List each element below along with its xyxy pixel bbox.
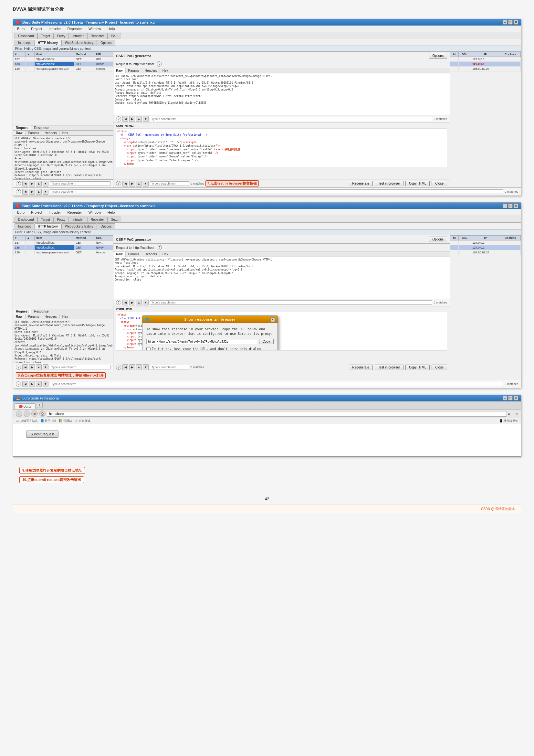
options-btn-2[interactable]: Options [429,237,447,242]
footer-nav-down-2[interactable]: ▼ [143,364,149,370]
csrf-nav-down-1[interactable]: ▼ [143,116,149,122]
csrf-search-help-2[interactable]: ? [116,300,121,305]
footer-nav-up-1[interactable]: ▲ [136,181,142,186]
menu-burp[interactable]: Burp [16,26,26,31]
csrf-nav-prev-1[interactable]: ◀ [122,116,128,122]
nav-prev-1[interactable]: ◀ [22,181,28,186]
table-row[interactable]: 139 http://detectportal.firefox.com GET … [13,250,113,255]
copy-html-btn-2[interactable]: Copy HTML [405,364,430,370]
close-btn-csrf-1[interactable]: Close [432,181,447,186]
footer-nav-down-1[interactable]: ▼ [143,181,149,186]
modal-url-input[interactable] [146,339,257,344]
tab-dashboard-2[interactable]: Dashboard [14,217,38,222]
maximize-btn-1[interactable]: □ [508,20,513,25]
home-btn[interactable]: 🏠 [39,411,45,417]
outer-search-input-2[interactable] [50,382,503,386]
copy-html-btn-1[interactable]: Copy HTML [405,181,430,186]
menu-project-2[interactable]: Project [30,210,43,215]
subtab-websockets-1[interactable]: WebSockets history [62,40,97,45]
footer-nav-next-1[interactable]: ▶ [129,181,135,186]
outer-nav-prev-2[interactable]: ◀ [22,381,28,387]
menu-help-2[interactable]: Help [106,210,116,215]
browser-minimize-btn[interactable]: ─ [503,396,507,400]
footer-nav-up-2[interactable]: ▲ [136,364,142,370]
footer-nav-next-2[interactable]: ▶ [129,364,135,370]
bookmark-icon[interactable]: ☆ [515,412,518,416]
footer-help-icon-2[interactable]: ? [116,364,121,370]
maximize-btn-2[interactable]: □ [508,203,513,208]
table-row[interactable]: 138 http://localhost GET /DVW [13,62,113,67]
outer-help-icon-1[interactable]: ? [16,189,21,194]
nav-down-2[interactable]: ▼ [43,364,48,370]
tab-dashboard-1[interactable]: Dashboard [14,33,38,39]
panel-headers-1[interactable]: Headers [42,131,60,135]
help-icon-left-1[interactable]: ? [16,181,21,186]
csrf-raw-tab-1[interactable]: Raw [114,68,126,73]
nav-up-2[interactable]: ▲ [36,364,42,370]
tab-proxy-1[interactable]: Proxy [54,33,69,39]
csrf-search-input-1[interactable] [150,117,432,121]
csrf-nav-next-1[interactable]: ▶ [129,116,135,122]
subtab-options-1[interactable]: Options [97,40,115,45]
menu-repeater[interactable]: Repeater [66,26,83,31]
nav-next-1[interactable]: ▶ [29,181,35,186]
csrf-nav-prev-2[interactable]: ◀ [122,300,128,306]
csrf-hex-tab-1[interactable]: Hex [160,68,171,73]
panel-hex-1[interactable]: Hex [60,131,71,135]
outer-search-input-1[interactable] [50,189,503,194]
outer-nav-up-1[interactable]: ▲ [36,189,42,195]
response-tab-1[interactable]: Response [31,125,51,130]
subtab-options-2[interactable]: Options [97,223,115,229]
subtab-http-history-2[interactable]: HTTP history [34,223,62,229]
csrf-nav-up-1[interactable]: ▲ [136,116,142,122]
help-icon-left-2[interactable]: ? [16,364,21,370]
csrf-search-input-2[interactable] [150,300,432,305]
tab-se-2[interactable]: Se... [108,217,121,222]
copy-url-btn[interactable]: Copy [259,339,274,344]
menu-window[interactable]: Window [87,26,102,31]
panel-raw-1[interactable]: Raw [13,131,26,135]
tab-target-2[interactable]: Target [38,217,54,222]
browser-window-controls[interactable]: ─ □ ✕ [503,396,518,400]
nav-up-1[interactable]: ▲ [36,181,42,186]
search-input-left-1[interactable] [50,181,111,186]
csrf-help-icon-1[interactable]: ? [157,62,162,67]
menu-intruder-2[interactable]: Intruder [47,210,62,215]
footer-help-icon-1[interactable]: ? [116,181,121,186]
menu-burp-2[interactable]: Burp [16,210,26,215]
response-tab-2[interactable]: Response [31,309,51,314]
subtab-websockets-2[interactable]: WebSockets history [62,223,97,229]
nav-prev-2[interactable]: ◀ [22,364,28,370]
browser-maximize-btn[interactable]: □ [508,396,513,400]
back-btn[interactable]: ← [16,411,22,417]
outer-nav-prev-1[interactable]: ◀ [22,189,28,195]
subtab-http-history-1[interactable]: HTTP history [34,40,62,45]
table-row[interactable]: 139 http://detectportal.firefox.com GET … [13,67,113,71]
outer-nav-down-1[interactable]: ▼ [43,189,48,195]
tab-repeater-2[interactable]: Repeater [87,217,108,222]
csrf-params-tab-2[interactable]: Params [126,252,142,256]
csrf-nav-up-2[interactable]: ▲ [136,300,142,306]
modal-close-x[interactable]: ✕ [270,317,275,322]
nav-next-2[interactable]: ▶ [29,364,35,370]
csrf-nav-next-2[interactable]: ▶ [129,300,135,306]
menu-help[interactable]: Help [106,26,116,31]
panel-params-2[interactable]: Params [26,314,42,319]
nav-down-1[interactable]: ▼ [43,181,48,186]
browser-close-btn[interactable]: ✕ [514,396,518,400]
outer-nav-next-1[interactable]: ▶ [29,189,35,195]
close-btn-csrf-2[interactable]: Close [432,364,447,370]
bookmark-1[interactable]: 📖 火狐官方站点 [16,419,38,423]
bookmark-2[interactable]: 📘 新手上路 [40,419,57,423]
footer-search-input-2[interactable] [150,365,189,369]
submit-request-btn[interactable]: Submit request [26,431,59,438]
regenerate-btn-2[interactable]: Regenerate [349,364,373,370]
menu-project[interactable]: Project [30,26,43,31]
tab-intruder-2[interactable]: Intruder [69,217,87,222]
tab-repeater-1[interactable]: Repeater [87,33,108,39]
outer-nav-next-2[interactable]: ▶ [29,381,35,387]
mobile-bookmark[interactable]: 📱 移动版书签 [499,419,518,423]
panel-params-1[interactable]: Params [26,131,42,135]
reload-btn[interactable]: ↻ [31,411,38,417]
outer-nav-down-2[interactable]: ▼ [43,381,48,387]
